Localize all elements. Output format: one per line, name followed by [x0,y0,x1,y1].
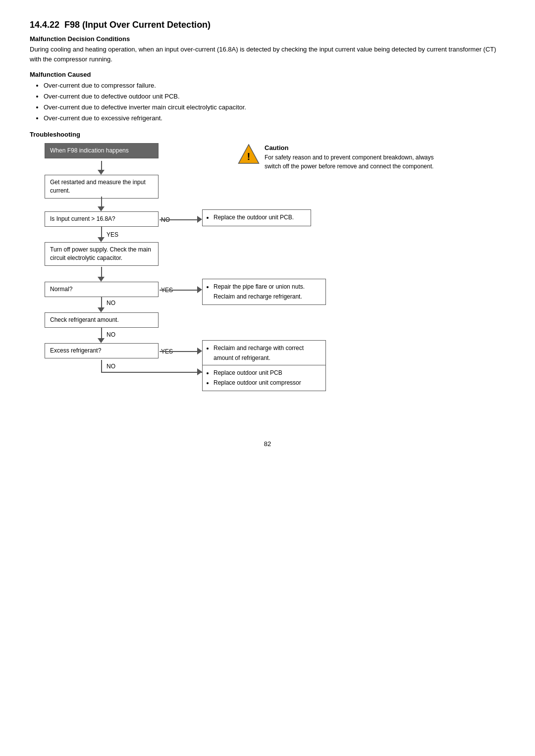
result4-item-2: Replace outdoor unit compressor [214,378,321,388]
step4-no-label: NO [107,300,115,306]
result2-item: Repair the pipe flare or union nuts. Rec… [214,282,321,301]
fc-step5-box: Check refrigerant amount. [45,312,159,328]
fc-step6-box: Excess refrigerant? [45,343,159,358]
malfunction-decision-text: During cooling and heating operation, wh… [30,45,505,64]
caution-area: ! Caution For safety reason and to preve… [238,143,436,171]
fc-start-box: When F98 indication happens [45,143,159,158]
caution-text: For safety reason and to prevent compone… [265,153,436,171]
fc-step1-box: Get restarted and measure the input curr… [45,175,159,199]
caution-icon: ! [238,143,260,165]
page-number: 82 [30,440,505,448]
malfunction-causes-list: Over-current due to compressor failure. … [30,80,505,124]
caution-word: Caution [265,143,436,153]
step2-yes-label: YES [107,231,118,238]
section-title: 14.4.22 F98 (Input Over Current Detectio… [30,20,505,30]
step5-no-label: NO [107,331,115,338]
fc-result2: Repair the pipe flare or union nuts. Rec… [202,279,326,304]
list-item: Over-current due to excessive refrigeran… [44,113,505,124]
fc-result3: Reclaim and recharge with correct amount… [202,340,326,366]
malfunction-caused-label: Malfunction Caused [30,71,505,78]
svg-text:!: ! [247,151,251,162]
step6-no-label: NO [107,363,115,370]
fc-step3-box: Turn off power supply. Check the main ci… [45,242,159,266]
malfunction-decision-label: Malfunction Decision Conditions [30,35,505,43]
fc-step4-box: Normal? [45,282,159,297]
fc-result4: Replace outdoor unit PCB Replace outdoor… [202,365,326,391]
list-item: Over-current due to defective inverter m… [44,102,505,113]
fc-step2-box: Is Input current > 16.8A? [45,211,159,227]
result1-item: Replace the outdoor unit PCB. [214,213,306,222]
flowchart: When F98 indication happens Get restarte… [30,143,505,420]
list-item: Over-current due to defective outdoor un… [44,91,505,102]
result3-item: Reclaim and recharge with correct amount… [214,344,321,362]
fc-result1: Replace the outdoor unit PCB. [202,209,311,226]
result4-item-1: Replace outdoor unit PCB [214,368,321,378]
list-item: Over-current due to compressor failure. [44,80,505,91]
troubleshooting-label: Troubleshooting [30,131,505,138]
